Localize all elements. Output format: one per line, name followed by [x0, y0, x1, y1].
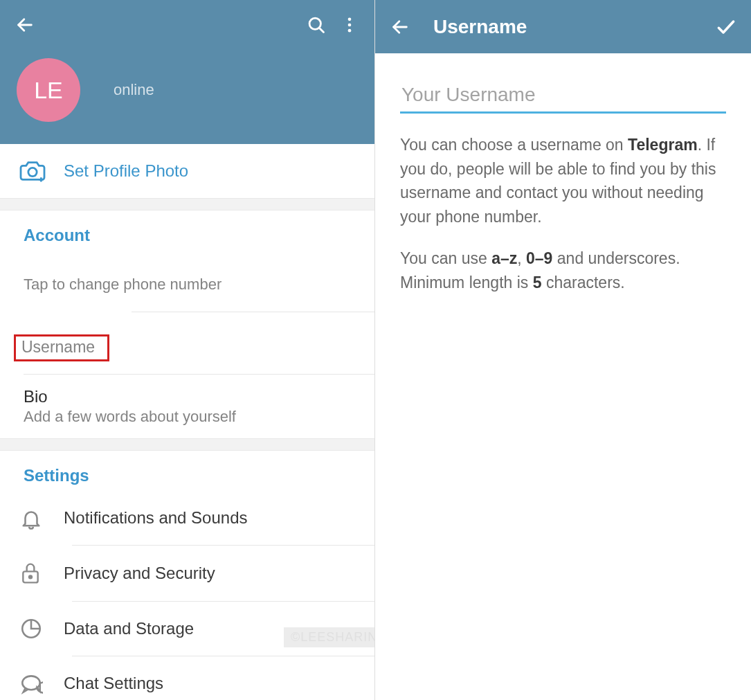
- svg-point-5: [348, 29, 352, 33]
- avatar[interactable]: LE: [17, 58, 80, 122]
- svg-point-4: [348, 24, 352, 27]
- search-icon: [307, 15, 326, 35]
- input-area: [375, 53, 751, 114]
- settings-item-label: Data and Storage: [64, 619, 194, 638]
- divider: [0, 198, 374, 210]
- status-text: online: [114, 81, 154, 99]
- bell-icon: [19, 506, 43, 530]
- help-text: You can choose a username on Telegram. I…: [375, 114, 751, 314]
- username-edit-screen: Username You can choose a username on Te…: [375, 0, 751, 700]
- bio-item[interactable]: Bio Add a few words about yourself: [0, 375, 374, 438]
- phone-hint: Tap to change phone number: [24, 276, 351, 294]
- help-paragraph-2: You can use a–z, 0–9 and underscores. Mi…: [400, 246, 726, 294]
- phone-number-item[interactable]: Tap to change phone number: [0, 251, 374, 312]
- account-section-header: Account: [0, 210, 374, 251]
- svg-point-10: [29, 575, 32, 578]
- settings-item-privacy[interactable]: Privacy and Security: [0, 546, 374, 601]
- profile-info: LE online: [0, 58, 374, 122]
- lock-icon: [19, 561, 42, 586]
- content: Set Profile Photo Account Tap to change …: [0, 144, 374, 700]
- confirm-button[interactable]: [709, 10, 743, 44]
- camera-add-icon: [19, 159, 46, 183]
- profile-header: LE online: [0, 0, 374, 144]
- avatar-initials: LE: [34, 77, 63, 104]
- settings-item-label: Privacy and Security: [64, 564, 215, 583]
- username-input[interactable]: [400, 78, 726, 114]
- username-item[interactable]: Username: [0, 312, 374, 374]
- watermark: ©LEESHARING: [284, 627, 375, 647]
- more-vertical-icon: [340, 15, 359, 35]
- check-icon: [715, 16, 737, 38]
- highlight-annotation: Username: [14, 334, 109, 361]
- settings-item-label: Notifications and Sounds: [64, 508, 248, 528]
- settings-item-chat[interactable]: Chat Settings: [0, 656, 374, 700]
- page-title: Username: [433, 16, 709, 38]
- bio-label: Bio: [24, 387, 351, 406]
- settings-screen: LE online Set Profile Photo Account Tap …: [0, 0, 375, 700]
- back-button[interactable]: [8, 8, 42, 42]
- svg-line-2: [319, 28, 323, 32]
- more-button[interactable]: [333, 8, 366, 42]
- help-paragraph-1: You can choose a username on Telegram. I…: [400, 133, 726, 228]
- set-profile-photo-label: Set Profile Photo: [64, 161, 188, 181]
- search-button[interactable]: [300, 8, 333, 42]
- settings-item-label: Chat Settings: [64, 674, 163, 693]
- toolbar: Username: [375, 0, 751, 53]
- svg-point-6: [28, 168, 37, 176]
- svg-point-3: [348, 18, 352, 21]
- divider: [0, 438, 374, 451]
- arrow-back-icon: [390, 17, 410, 37]
- bio-hint: Add a few words about yourself: [24, 408, 351, 426]
- pie-chart-icon: [19, 617, 43, 640]
- settings-item-notifications[interactable]: Notifications and Sounds: [0, 491, 374, 545]
- username-label: Username: [21, 338, 95, 356]
- settings-section-header: Settings: [0, 451, 374, 491]
- toolbar: [0, 0, 374, 50]
- arrow-back-icon: [15, 15, 35, 35]
- chat-bubble-icon: [19, 672, 43, 695]
- svg-point-12: [22, 676, 40, 690]
- set-profile-photo[interactable]: Set Profile Photo: [0, 144, 374, 198]
- back-button[interactable]: [383, 10, 417, 44]
